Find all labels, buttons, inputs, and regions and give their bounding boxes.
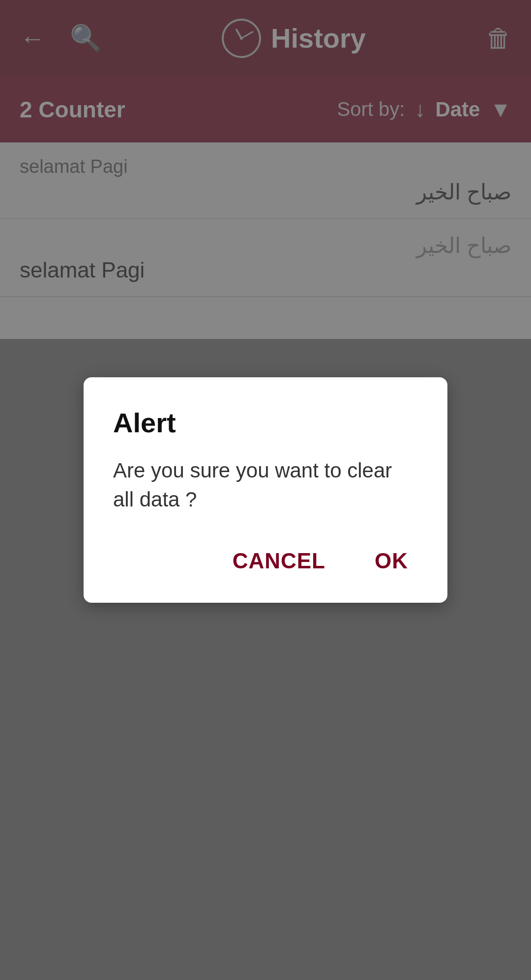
dialog-overlay: Alert Are you sure you want to clear all… xyxy=(0,0,531,980)
alert-message: Are you sure you want to clear all data … xyxy=(113,456,418,514)
alert-title: Alert xyxy=(113,407,418,439)
ok-button[interactable]: OK xyxy=(365,544,418,578)
alert-buttons: CANCEL OK xyxy=(113,544,418,578)
cancel-button[interactable]: CANCEL xyxy=(223,544,335,578)
alert-dialog: Alert Are you sure you want to clear all… xyxy=(84,377,447,603)
